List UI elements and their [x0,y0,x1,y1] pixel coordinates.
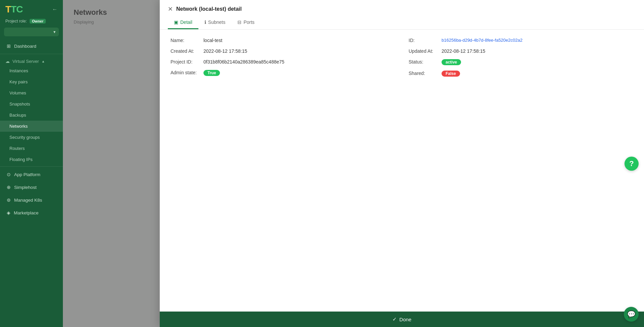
sidebar-section-virtual-server[interactable]: ☁ Virtual Server ▲ [0,55,63,65]
help-icon: ? [629,159,634,168]
sidebar-item-label: Key pairs [9,79,28,84]
admin-state-label: Admin state: [171,70,201,75]
project-role-label: Project role: [5,19,27,24]
left-column: Name: local-test Created At: 2022-08-12 … [171,38,395,77]
project-id-value: 0f31b8f06b2140a286389ea85c488e75 [203,59,285,65]
updated-at-label: Updated At: [409,48,439,54]
sidebar-item-label: Floating IPs [9,157,33,162]
modal-title: Network (local-test) detail [176,6,242,12]
project-role-row: Project role: Owner [0,17,63,26]
sidebar-item-backups[interactable]: Backups [0,110,63,121]
created-at-row: Created At: 2022-08-12 17:58:15 [171,48,395,54]
modal-close-button[interactable]: ✕ [168,5,173,13]
tab-subnets-label: Subnets [208,19,225,25]
sidebar-item-volumes[interactable]: Volumes [0,87,63,98]
name-row: Name: local-test [171,38,395,43]
detail-grid: Name: local-test Created At: 2022-08-12 … [171,38,633,77]
admin-state-badge: True [203,70,220,76]
tab-ports-label: Ports [243,19,255,25]
network-detail-modal: ✕ Network (local-test) detail ▣ Detail ℹ… [160,0,644,327]
sidebar-item-managed-k8s[interactable]: ⊚ Managed K8s [0,194,63,206]
simplehost-icon: ⊕ [7,185,11,190]
modal-footer: ✓ Done [160,312,644,327]
sidebar-item-label: Security groups [9,135,40,140]
updated-at-value: 2022-08-12 17:58:15 [442,48,485,54]
modal-overlay: ✕ Network (local-test) detail ▣ Detail ℹ… [63,0,644,327]
owner-badge: Owner [30,19,46,24]
detail-tab-icon: ▣ [174,19,178,25]
modal-title-row: ✕ Network (local-test) detail [168,5,636,13]
admin-state-row: Admin state: True [171,70,395,76]
sidebar-logo-area: TTC ← [0,0,63,17]
project-id-label: Project ID: [171,59,201,65]
subnets-tab-icon: ℹ [204,19,206,25]
sidebar-item-label: Instances [9,68,28,73]
modal-header: ✕ Network (local-test) detail ▣ Detail ℹ… [160,0,644,30]
created-at-value: 2022-08-12 17:58:15 [203,48,247,54]
chat-icon: 💬 [627,310,636,318]
tab-detail-label: Detail [180,19,192,25]
sidebar-item-instances[interactable]: Instances [0,65,63,76]
done-button[interactable]: ✓ Done [392,316,412,322]
collapse-button[interactable]: ← [52,6,58,12]
sidebar-item-dashboard[interactable]: ⊞ Dashboard [0,40,63,52]
project-id-row: Project ID: 0f31b8f06b2140a286389ea85c48… [171,59,395,65]
sidebar-item-label: Networks [9,124,28,129]
name-value: local-test [203,38,222,43]
main-content: Networks Displaying Name private-... loc… [63,0,644,327]
sidebar-item-floating-ips[interactable]: Floating IPs [0,154,63,165]
sidebar-item-snapshots[interactable]: Snapshots [0,98,63,110]
close-icon: ✕ [168,5,173,13]
sidebar-item-label: App Platform [14,172,40,177]
sidebar-item-label: Dashboard [14,44,36,49]
shared-badge: False [442,71,460,77]
sidebar-item-label: Simplehost [14,185,37,190]
sidebar-item-label: Backups [9,113,26,118]
k8s-icon: ⊚ [7,197,11,203]
ports-tab-icon: ⊟ [237,19,241,25]
sidebar-item-label: Volumes [9,90,26,95]
grid-icon: ⊞ [7,43,11,49]
status-badge: active [442,59,461,65]
modal-tabs: ▣ Detail ℹ Subnets ⊟ Ports [168,17,636,29]
chat-button[interactable]: 💬 [624,307,639,322]
sidebar-item-app-platform[interactable]: ⊙ App Platform [0,168,63,181]
sidebar-item-routers[interactable]: Routers [0,143,63,154]
sidebar-section-label: Virtual Server [12,59,39,64]
done-check-icon: ✓ [392,316,397,322]
sidebar-item-label: Marketplace [14,210,39,215]
tab-detail[interactable]: ▣ Detail [168,17,198,29]
help-button[interactable]: ? [624,157,639,171]
project-selector[interactable]: ▾ [4,28,59,36]
sidebar-item-security-groups[interactable]: Security groups [0,132,63,143]
sidebar-nav: ⊞ Dashboard ☁ Virtual Server ▲ Instances… [0,40,63,327]
id-value: b16256ba-d29d-4b7d-8fee-fa520e2c02a2 [442,38,523,43]
sidebar-item-simplehost[interactable]: ⊕ Simplehost [0,181,63,194]
status-label: Status: [409,59,439,65]
shared-label: Shared: [409,71,439,76]
status-row: Status: active [409,59,633,65]
shared-row: Shared: False [409,71,633,77]
app-platform-icon: ⊙ [7,172,11,177]
sidebar-item-key-pairs[interactable]: Key pairs [0,76,63,87]
sidebar-item-marketplace[interactable]: ◈ Marketplace [0,206,63,219]
name-label: Name: [171,38,201,43]
cloud-icon: ☁ [5,59,10,64]
marketplace-icon: ◈ [7,210,10,215]
sidebar-item-label: Routers [9,146,25,151]
id-label: ID: [409,38,439,43]
created-at-label: Created At: [171,48,201,54]
updated-at-row: Updated At: 2022-08-12 17:58:15 [409,48,633,54]
logo: TTC [5,4,23,15]
chevron-down-icon: ▾ [53,30,55,34]
tab-subnets[interactable]: ℹ Subnets [198,17,231,29]
sidebar-item-label: Managed K8s [14,198,42,203]
done-label: Done [400,317,412,322]
sidebar: TTC ← Project role: Owner ▾ ⊞ Dashboard … [0,0,63,327]
sidebar-item-networks[interactable]: Networks [0,121,63,132]
right-column: ID: b16256ba-d29d-4b7d-8fee-fa520e2c02a2… [409,38,633,77]
id-row: ID: b16256ba-d29d-4b7d-8fee-fa520e2c02a2 [409,38,633,43]
modal-body: Name: local-test Created At: 2022-08-12 … [160,30,644,312]
sidebar-item-label: Snapshots [9,101,30,107]
tab-ports[interactable]: ⊟ Ports [231,17,261,29]
